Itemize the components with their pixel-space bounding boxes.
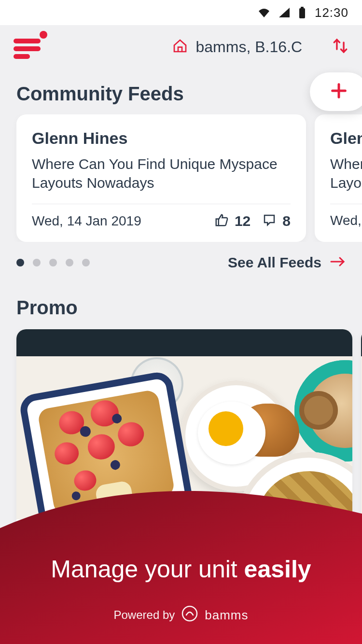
- feed-author: Glenn Hines: [330, 129, 362, 148]
- banner-powered-by: Powered by bamms: [0, 605, 362, 625]
- thumbs-up-icon: [214, 213, 229, 229]
- see-all-label: See All Feeds: [228, 254, 321, 271]
- comment-count: 8: [282, 213, 291, 229]
- status-time: 12:30: [315, 5, 348, 20]
- location-label: bamms, B.16.C: [195, 38, 302, 56]
- notification-dot-icon: [40, 31, 47, 39]
- hamburger-icon: [14, 39, 41, 62]
- dot[interactable]: [82, 259, 90, 266]
- comment-icon: [262, 213, 277, 229]
- svg-rect-1: [301, 7, 304, 9]
- dot[interactable]: [49, 259, 57, 266]
- promo-carousel[interactable]: 50% Breakfast Discount: [0, 329, 362, 561]
- divider: [32, 204, 291, 204]
- banner-headline: Manage your unit easily: [0, 555, 362, 583]
- arrow-right-icon: [330, 256, 346, 269]
- promo-title: Promo: [16, 297, 362, 319]
- feed-date: Wed, 14 Jan 2019: [32, 213, 203, 229]
- promo-card[interactable]: 50% Breakfast Discount: [16, 329, 352, 561]
- powered-by-label: Powered by: [114, 608, 175, 622]
- carousel-dots[interactable]: [16, 259, 90, 266]
- feed-body: Where Can You Find Unique Myspace Layout…: [32, 154, 291, 204]
- dot[interactable]: [66, 259, 73, 266]
- brand-logo-icon: [181, 605, 198, 625]
- menu-button[interactable]: [14, 35, 44, 59]
- feed-body: Where Can You Find Unique Myspace Layout…: [330, 154, 362, 204]
- like-count: 12: [235, 213, 251, 229]
- like-group[interactable]: 12: [214, 213, 251, 229]
- feed-footer: See All Feeds: [0, 242, 362, 271]
- feed-author: Glenn Hines: [32, 129, 291, 148]
- promo-image: [16, 329, 352, 519]
- feed-card[interactable]: Glenn Hines Where Can You Find Unique My…: [16, 114, 306, 242]
- svg-point-2: [182, 606, 197, 621]
- feed-card[interactable]: Glenn Hines Where Can You Find Unique My…: [315, 114, 362, 242]
- feed-date: Wed, 14 Jan 2019: [330, 213, 362, 228]
- location-selector[interactable]: bamms, B.16.C: [172, 38, 302, 56]
- plus-icon: [329, 81, 348, 102]
- battery-icon: [298, 7, 306, 18]
- cellular-icon: [279, 8, 290, 17]
- promo-header: Promo: [0, 271, 362, 329]
- banner-headline-emphasis: easily: [244, 556, 311, 583]
- see-all-feeds-link[interactable]: See All Feeds: [228, 254, 346, 271]
- dot[interactable]: [33, 259, 41, 266]
- dot[interactable]: [16, 259, 24, 266]
- divider: [330, 204, 362, 204]
- banner-headline-prefix: Manage your unit: [51, 556, 244, 583]
- sort-swap-icon[interactable]: [332, 38, 348, 56]
- community-feeds-title: Community Feeds: [16, 83, 184, 105]
- svg-rect-0: [299, 8, 305, 18]
- community-feeds-header: Community Feeds: [0, 69, 362, 114]
- wifi-icon: [258, 8, 270, 17]
- comment-group[interactable]: 8: [262, 213, 291, 229]
- app-header: bamms, B.16.C: [0, 25, 362, 69]
- status-bar: 12:30: [0, 0, 362, 25]
- feed-carousel[interactable]: Glenn Hines Where Can You Find Unique My…: [0, 114, 362, 242]
- home-icon: [172, 38, 188, 56]
- add-feed-button[interactable]: [310, 72, 362, 111]
- brand-name: bamms: [205, 608, 248, 623]
